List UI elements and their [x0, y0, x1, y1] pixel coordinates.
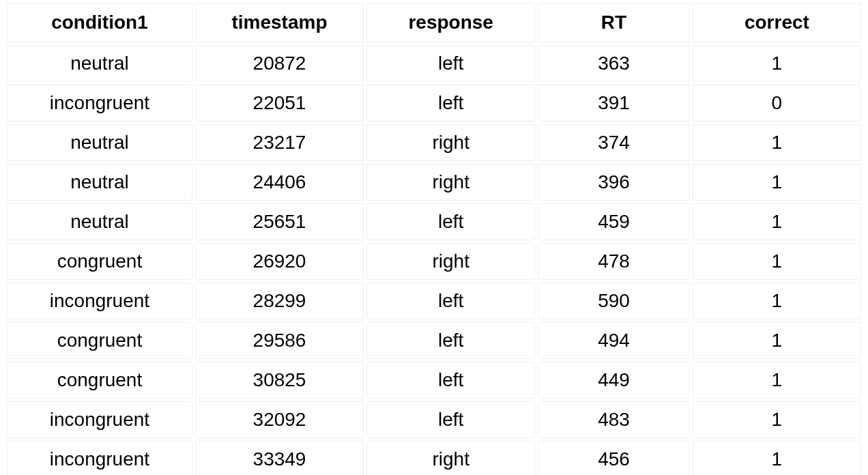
cell-timestamp: 26920	[195, 243, 364, 280]
cell-response: left	[366, 45, 535, 82]
cell-correct: 0	[693, 85, 861, 121]
table-row: congruent29586left4941	[7, 322, 861, 359]
table-row: incongruent28299left5901	[7, 283, 861, 319]
cell-correct: 1	[693, 45, 861, 82]
cell-response: left	[366, 203, 535, 240]
table-body: neutral20872left3631incongruent22051left…	[7, 45, 861, 475]
table-wrapper: condition1timestampresponseRTcorrect neu…	[0, 0, 868, 475]
cell-condition1: neutral	[7, 45, 192, 82]
cell-timestamp: 23217	[195, 124, 364, 161]
cell-correct: 1	[693, 243, 861, 280]
cell-condition1: incongruent	[7, 283, 192, 319]
table-row: incongruent33349right4561	[7, 441, 861, 475]
cell-condition1: incongruent	[7, 85, 192, 121]
table-row: neutral24406right3961	[7, 164, 861, 201]
cell-timestamp: 30825	[195, 362, 364, 399]
cell-condition1: incongruent	[7, 401, 192, 438]
cell-condition1: congruent	[7, 322, 192, 359]
cell-timestamp: 24406	[195, 164, 364, 201]
cell-correct: 1	[693, 441, 861, 475]
cell-correct: 1	[693, 203, 861, 240]
column-header-rt: RT	[538, 3, 689, 42]
cell-timestamp: 33349	[195, 441, 364, 475]
cell-timestamp: 29586	[195, 322, 364, 359]
cell-response: left	[366, 85, 535, 121]
cell-timestamp: 20872	[195, 45, 364, 82]
cell-correct: 1	[693, 283, 861, 319]
cell-rt: 459	[538, 203, 689, 240]
column-header-correct: correct	[693, 3, 861, 42]
cell-rt: 449	[538, 362, 689, 399]
cell-rt: 374	[538, 124, 689, 161]
column-header-condition1: condition1	[7, 3, 192, 42]
table-row: congruent30825left4491	[7, 362, 861, 399]
cell-response: left	[366, 362, 535, 399]
cell-correct: 1	[693, 401, 861, 438]
cell-timestamp: 32092	[195, 401, 364, 438]
cell-timestamp: 28299	[195, 283, 364, 319]
cell-response: right	[366, 243, 535, 280]
cell-correct: 1	[693, 322, 861, 359]
cell-condition1: congruent	[7, 243, 192, 280]
cell-response: right	[366, 124, 535, 161]
cell-timestamp: 25651	[195, 203, 364, 240]
cell-rt: 494	[538, 322, 689, 359]
table-row: incongruent32092left4831	[7, 401, 861, 438]
cell-condition1: neutral	[7, 124, 192, 161]
column-header-response: response	[366, 3, 535, 42]
data-table: condition1timestampresponseRTcorrect neu…	[4, 0, 864, 475]
cell-correct: 1	[693, 164, 861, 201]
cell-correct: 1	[693, 124, 861, 161]
cell-condition1: neutral	[7, 203, 192, 240]
cell-correct: 1	[693, 362, 861, 399]
cell-rt: 391	[538, 85, 689, 121]
cell-condition1: congruent	[7, 362, 192, 399]
cell-condition1: incongruent	[7, 441, 192, 475]
cell-timestamp: 22051	[195, 85, 364, 121]
table-row: neutral25651left4591	[7, 203, 861, 240]
table-head: condition1timestampresponseRTcorrect	[7, 3, 861, 42]
table-row: neutral23217right3741	[7, 124, 861, 161]
cell-response: right	[366, 164, 535, 201]
cell-rt: 590	[538, 283, 689, 319]
table-row: neutral20872left3631	[7, 45, 861, 82]
cell-response: left	[366, 322, 535, 359]
cell-condition1: neutral	[7, 164, 192, 201]
cell-rt: 396	[538, 164, 689, 201]
cell-response: left	[366, 283, 535, 319]
table-row: congruent26920right4781	[7, 243, 861, 280]
cell-rt: 478	[538, 243, 689, 280]
cell-rt: 363	[538, 45, 689, 82]
table-row: incongruent22051left3910	[7, 85, 861, 121]
cell-response: left	[366, 401, 535, 438]
cell-rt: 456	[538, 441, 689, 475]
cell-response: right	[366, 441, 535, 475]
column-header-timestamp: timestamp	[195, 3, 364, 42]
cell-rt: 483	[538, 401, 689, 438]
table-header-row: condition1timestampresponseRTcorrect	[7, 3, 861, 42]
